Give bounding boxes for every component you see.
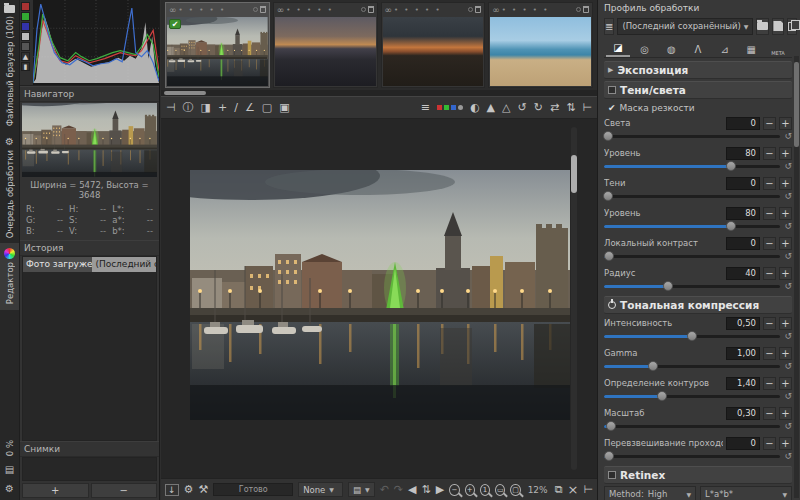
slider-track[interactable] [604, 225, 780, 228]
slider-knob[interactable] [726, 161, 736, 171]
slider-decrement-button[interactable]: − [763, 147, 776, 160]
section-retinex[interactable]: Retinex [604, 466, 792, 484]
section-shadows-highlights[interactable]: Тени/света [604, 81, 792, 99]
rotate-left-button[interactable]: ↺ [518, 98, 527, 118]
remove-snapshot-button[interactable]: − [91, 483, 158, 498]
slider-decrement-button[interactable]: − [763, 377, 776, 390]
slider-knob[interactable] [663, 281, 673, 291]
slider-increment-button[interactable]: + [779, 207, 792, 220]
slider-knob[interactable] [603, 131, 613, 141]
slider-value-input[interactable] [726, 347, 760, 360]
slider-reset-button[interactable]: ↺ [784, 391, 792, 401]
slider-increment-button[interactable]: + [779, 437, 792, 450]
tab-exposure[interactable]: ◪ [606, 42, 630, 57]
preferences-button[interactable]: ⚙ [5, 483, 14, 494]
slider-increment-button[interactable]: + [779, 147, 792, 160]
slider-decrement-button[interactable]: − [763, 207, 776, 220]
histogram-chroma-toggle[interactable] [21, 42, 30, 51]
slider-track[interactable] [604, 285, 780, 288]
softproof-select[interactable]: ▤ ▼ [348, 482, 375, 497]
section-tone-mapping[interactable]: Тональная компрессия [604, 296, 792, 314]
redo-button[interactable]: ↷ [394, 483, 403, 496]
detail-window-button[interactable]: ▣ [279, 98, 289, 118]
slider-knob[interactable] [726, 221, 736, 231]
slider-track[interactable] [604, 195, 780, 198]
next-image-button[interactable]: ▶ [436, 483, 444, 496]
slider-value-input[interactable] [726, 377, 760, 390]
histogram-blue-toggle[interactable] [21, 22, 30, 31]
slider-reset-button[interactable]: ↺ [784, 421, 792, 431]
add-snapshot-button[interactable]: + [22, 483, 89, 498]
navigator-thumbnail[interactable] [22, 103, 157, 177]
tab-detail[interactable]: ◎ [633, 44, 657, 57]
copy-profile-button[interactable] [787, 18, 797, 35]
slider-track[interactable] [604, 335, 780, 338]
previous-image-button[interactable]: ◀ [408, 483, 416, 496]
sync-file-browser-button[interactable]: ⇅ [422, 483, 431, 496]
slider-decrement-button[interactable]: − [763, 407, 776, 420]
slider-decrement-button[interactable]: − [763, 117, 776, 130]
rotate-right-button[interactable]: ↻ [534, 98, 543, 118]
history-header[interactable]: История [20, 240, 159, 256]
add-to-queue-button[interactable]: ⚙ [184, 483, 194, 496]
trash-icon[interactable] [368, 6, 374, 13]
slider-increment-button[interactable]: + [779, 377, 792, 390]
slider-increment-button[interactable]: + [779, 267, 792, 280]
slider-track[interactable] [604, 455, 780, 458]
slider-knob[interactable] [603, 191, 613, 201]
retinex-colorspace-select[interactable]: L*a*b* ▼ [700, 486, 792, 500]
filmstrip-thumbnail-1[interactable]: ∞ • • • • • ✔ [165, 2, 270, 88]
slider-increment-button[interactable]: + [779, 237, 792, 250]
slider-reset-button[interactable]: ↺ [784, 281, 792, 291]
filmstrip-scrollbar[interactable] [161, 90, 597, 96]
slider-increment-button[interactable]: + [779, 117, 792, 130]
shadow-clipping-button[interactable]: ▲ [487, 98, 495, 118]
new-detail-window-button[interactable]: ⧉ [555, 483, 563, 496]
slider-knob[interactable] [604, 251, 614, 261]
toolbox-scrollbar[interactable] [794, 56, 799, 498]
hand-tool-button[interactable]: + [218, 98, 227, 118]
slider-knob[interactable] [687, 331, 697, 341]
slider-increment-button[interactable]: + [779, 347, 792, 360]
slider-knob[interactable] [648, 361, 658, 371]
section-exposure[interactable]: ▶ Экспозиция [604, 61, 792, 79]
image-preview-area[interactable] [161, 119, 597, 478]
right-panel-toggle-button[interactable]: ⊢ [582, 98, 592, 118]
slider-reset-button[interactable]: ↺ [784, 191, 792, 201]
slider-track[interactable] [604, 255, 780, 258]
enable-checkbox[interactable] [608, 471, 616, 479]
gamma-preview-button[interactable]: ◐ [470, 98, 480, 118]
zoom-fit-button[interactable]: ▭ [495, 484, 505, 496]
right-panel-toggle-button[interactable]: ⊢ [583, 483, 593, 496]
zoom-out-button[interactable]: − [449, 484, 459, 496]
fullscreen-button[interactable]: × [568, 482, 579, 497]
color-label-icon[interactable]: ∞ [277, 5, 285, 15]
histogram-luma-toggle[interactable] [21, 32, 30, 41]
tab-file-browser[interactable]: Файловый браузер (100) [0, 0, 19, 131]
histogram-bar-toggle[interactable]: ▮ [21, 62, 30, 71]
slider-knob[interactable] [606, 421, 616, 431]
info-button[interactable]: ⓘ [183, 98, 194, 118]
slider-reset-button[interactable]: ↺ [784, 331, 792, 341]
tab-editor[interactable]: Редактор [0, 243, 19, 309]
zoom-100-button[interactable]: 1 [480, 484, 490, 496]
slider-value-input[interactable] [726, 317, 760, 330]
save-profile-button[interactable] [772, 18, 784, 35]
color-label-icon[interactable]: ∞ [169, 5, 177, 15]
load-profile-button[interactable] [756, 18, 769, 35]
flip-horizontal-button[interactable]: ⇄ [550, 98, 559, 118]
main-photo[interactable] [190, 170, 570, 420]
filmstrip-toggle-button[interactable]: ▤ [5, 464, 14, 475]
trash-icon[interactable] [260, 6, 266, 13]
before-after-button[interactable]: ◨ [201, 98, 211, 118]
slider-track[interactable] [604, 395, 780, 398]
filmstrip-thumbnail-4[interactable]: ∞ • • • • • [488, 2, 593, 88]
slider-increment-button[interactable]: + [779, 407, 792, 420]
slider-knob[interactable] [657, 391, 667, 401]
profile-list-button[interactable]: ≣ [604, 18, 614, 35]
rating-dots[interactable]: • • • • • [179, 6, 251, 14]
rating-dots[interactable]: • • • • • [502, 6, 574, 14]
fine-rotate-tool-button[interactable]: ∠ [245, 98, 255, 118]
save-image-button[interactable]: ↓ [165, 484, 179, 496]
slider-track[interactable] [604, 425, 780, 428]
